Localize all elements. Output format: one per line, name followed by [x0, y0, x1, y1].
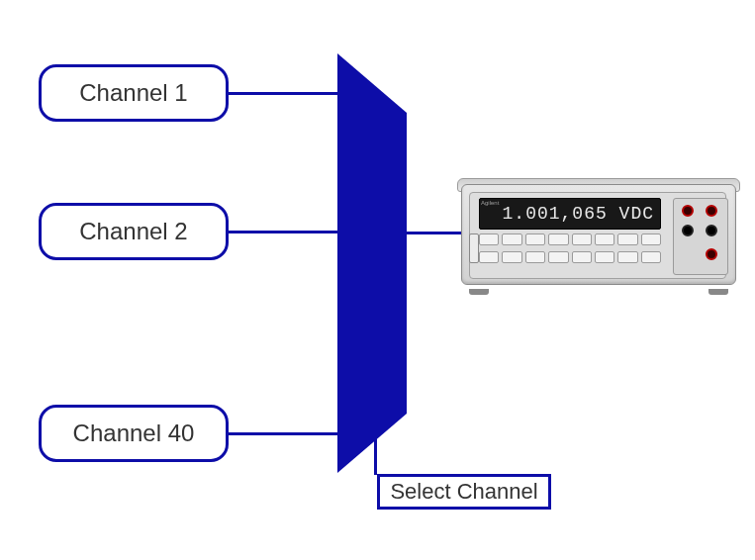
- instrument-foot: [708, 289, 728, 295]
- jack-lo-sense: [682, 225, 694, 236]
- instrument-terminal-panel: [673, 198, 728, 275]
- instrument-button: [548, 251, 568, 263]
- channel-label: Channel 40: [73, 420, 195, 447]
- instrument-button: [548, 233, 568, 245]
- instrument-button: [572, 233, 592, 245]
- jack-hi-input: [706, 205, 717, 217]
- select-channel-label: Select Channel: [390, 479, 537, 505]
- instrument-foot: [469, 289, 489, 295]
- instrument-power-button: [469, 233, 479, 263]
- channel-box-2: Channel 2: [39, 203, 229, 260]
- channel-box-1: Channel 1: [39, 64, 229, 122]
- instrument-feet: [455, 287, 742, 293]
- instrument-brand: Agilent: [481, 200, 499, 206]
- wire-select: [374, 414, 377, 475]
- wire-ch40: [229, 432, 337, 435]
- instrument-button: [479, 251, 499, 263]
- instrument-display: 1.001,065 VDC: [479, 198, 661, 230]
- instrument-button: [502, 251, 521, 263]
- select-channel-label-box: Select Channel: [377, 474, 551, 510]
- instrument-button: [502, 233, 521, 245]
- instrument-button: [641, 233, 661, 245]
- instrument-function-row: [479, 233, 661, 245]
- instrument-dmm: Agilent 1.001,065 VDC: [455, 172, 742, 293]
- svg-marker-0: [337, 53, 407, 473]
- instrument-range-row: [479, 251, 661, 263]
- wire-ch1: [229, 92, 337, 95]
- instrument-button: [479, 233, 499, 245]
- instrument-button: [525, 251, 545, 263]
- wire-ch2: [229, 231, 337, 233]
- instrument-button: [595, 233, 614, 245]
- channel-label: Channel 1: [79, 79, 187, 107]
- instrument-button: [641, 251, 661, 263]
- channel-label: Channel 2: [79, 218, 187, 245]
- instrument-button: [617, 233, 637, 245]
- multiplexer-symbol: [337, 53, 407, 473]
- instrument-button: [617, 251, 637, 263]
- jack-current: [706, 248, 717, 260]
- jack-hi-sense: [682, 205, 694, 217]
- instrument-reading: 1.001,065 VDC: [503, 204, 654, 224]
- instrument-button: [525, 233, 545, 245]
- instrument-button: [595, 251, 614, 263]
- channel-box-40: Channel 40: [39, 405, 229, 462]
- instrument-button: [572, 251, 592, 263]
- jack-lo-input: [706, 225, 717, 236]
